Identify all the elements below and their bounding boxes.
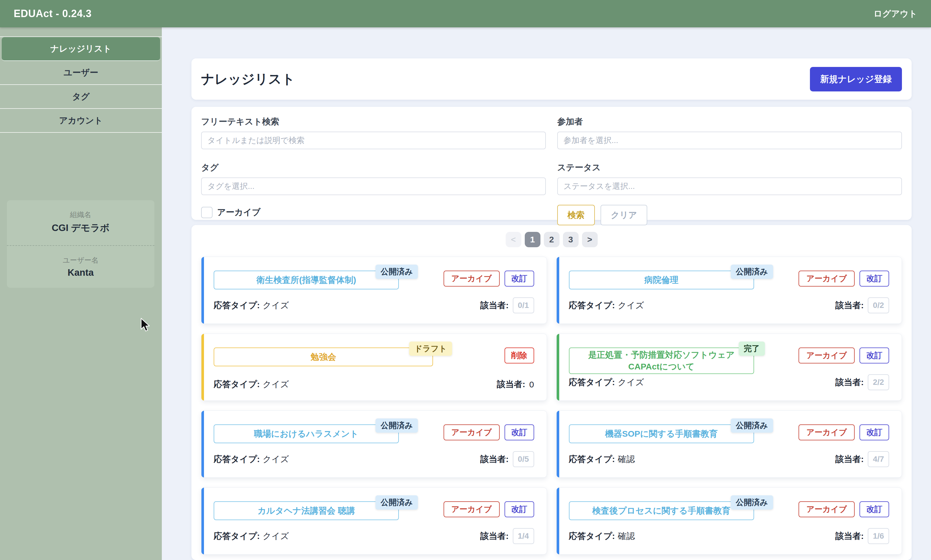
pagination-prev[interactable]: <	[506, 232, 521, 247]
applicable-count: 該当者:2/2	[835, 374, 889, 390]
participants-select-input[interactable]	[557, 132, 902, 149]
revise-button[interactable]: 改訂	[505, 502, 534, 517]
status-badge: 公開済み	[375, 418, 418, 433]
sidebar-item-knowledge-list[interactable]: ナレッジリスト	[2, 37, 160, 61]
filter-actions: 検索 クリア	[557, 205, 902, 225]
applicable-count: 該当者:4/7	[835, 451, 889, 467]
applicable-count-box: 0/1	[513, 297, 534, 313]
status-badge: 公開済み	[731, 265, 773, 279]
archive-button[interactable]: アーカイブ	[443, 502, 500, 517]
filter-column-right: 参加者 ステータス 検索 クリア	[557, 114, 902, 225]
applicable-count-box: 0/5	[513, 451, 534, 467]
applicable-count-text: 0	[529, 380, 534, 389]
knowledge-title-button[interactable]: 勉強会	[214, 348, 433, 366]
pagination: < 1 2 3 >	[201, 232, 902, 247]
knowledge-card: 機器SOPに関する手順書教育 公開済み アーカイブ 改訂 応答タイプ:確認 該当…	[556, 411, 902, 478]
knowledge-card: 職場におけるハラスメント 公開済み アーカイブ 改訂 応答タイプ:クイズ 該当者…	[201, 411, 547, 478]
applicable-count: 該当者:0	[497, 378, 534, 390]
status-select-input[interactable]	[557, 177, 902, 195]
clear-button[interactable]: クリア	[600, 205, 647, 225]
applicable-count-box: 2/2	[868, 374, 889, 390]
revise-button[interactable]: 改訂	[505, 425, 534, 440]
delete-button[interactable]: 削除	[505, 348, 534, 363]
search-button[interactable]: 検索	[557, 205, 595, 225]
logout-button[interactable]: ログアウト	[874, 8, 917, 20]
status-badge: 公開済み	[375, 495, 418, 509]
applicable-count: 該当者:0/2	[835, 297, 889, 313]
sidebar-item-tags[interactable]: タグ	[0, 85, 162, 109]
sidebar-item-account[interactable]: アカウント	[0, 109, 162, 133]
knowledge-card: 是正処置・予防措置対応ソフトウェアCAPActについて 完了 アーカイブ 改訂 …	[556, 334, 902, 401]
status-badge: ドラフト	[409, 342, 452, 356]
archive-button[interactable]: アーカイブ	[799, 348, 855, 363]
applicable-count: 該当者:1/4	[480, 528, 534, 544]
archive-checkbox[interactable]	[201, 207, 212, 218]
response-type: 応答タイプ:確認	[569, 530, 635, 542]
page-header: ナレッジリスト 新規ナレッジ登録	[191, 58, 912, 100]
knowledge-title-button[interactable]: 検査後プロセスに関する手順書教育	[569, 502, 754, 520]
revise-button[interactable]: 改訂	[505, 271, 534, 286]
response-type: 応答タイプ:クイズ	[569, 300, 644, 311]
org-user-panel: 組織名 CGI デモラボ ユーザー名 Kanta	[7, 200, 154, 288]
status-badge: 公開済み	[375, 265, 418, 279]
response-type: 応答タイプ:クイズ	[569, 377, 644, 388]
status-accent-bar	[202, 334, 204, 400]
tag-select-input[interactable]	[201, 177, 546, 195]
status-accent-bar	[557, 334, 559, 400]
revise-button[interactable]: 改訂	[860, 348, 889, 363]
user-name: Kanta	[7, 267, 154, 278]
archive-button[interactable]: アーカイブ	[799, 425, 855, 440]
revise-button[interactable]: 改訂	[860, 502, 889, 517]
app-title: EDUAct - 0.24.3	[14, 8, 92, 20]
applicable-count-box: 0/2	[868, 297, 889, 313]
archive-button[interactable]: アーカイブ	[443, 425, 500, 440]
knowledge-card: 病院倫理 公開済み アーカイブ 改訂 応答タイプ:クイズ 該当者:0/2	[556, 257, 902, 324]
knowledge-title-button[interactable]: 衛生検査所(指導監督体制)	[214, 271, 399, 289]
sidebar-nav: ナレッジリスト ユーザー タグ アカウント	[0, 37, 162, 133]
pagination-page-2[interactable]: 2	[544, 232, 560, 247]
applicable-count-box: 1/4	[513, 528, 534, 544]
filter-column-left: フリーテキスト検索 タグ アーカイブ	[201, 114, 546, 225]
knowledge-title-button[interactable]: 病院倫理	[569, 271, 754, 289]
response-type: 応答タイプ:クイズ	[214, 454, 289, 465]
archive-button[interactable]: アーカイブ	[799, 502, 855, 517]
pagination-next[interactable]: >	[582, 232, 598, 247]
revise-button[interactable]: 改訂	[860, 425, 889, 440]
revise-button[interactable]: 改訂	[860, 271, 889, 286]
status-badge: 完了	[739, 342, 765, 356]
status-accent-bar	[557, 488, 559, 554]
free-text-input[interactable]	[201, 132, 546, 149]
sidebar: ナレッジリスト ユーザー タグ アカウント 組織名 CGI デモラボ ユーザー名…	[0, 27, 162, 560]
status-label: ステータス	[557, 162, 902, 174]
knowledge-card-grid: 衛生検査所(指導監督体制) 公開済み アーカイブ 改訂 応答タイプ:クイズ 該当…	[201, 257, 902, 555]
top-bar: EDUAct - 0.24.3 ログアウト	[0, 0, 931, 27]
status-accent-bar	[557, 257, 559, 323]
knowledge-list-panel: < 1 2 3 > 衛生検査所(指導監督体制) 公開済み アーカイブ 改訂	[191, 225, 912, 560]
response-type: 応答タイプ:確認	[569, 454, 635, 465]
status-accent-bar	[202, 488, 204, 554]
status-accent-bar	[557, 411, 559, 477]
knowledge-title-button[interactable]: 是正処置・予防措置対応ソフトウェアCAPActについて	[569, 348, 754, 374]
archive-button[interactable]: アーカイブ	[799, 271, 855, 286]
participants-label: 参加者	[557, 116, 902, 128]
free-text-label: フリーテキスト検索	[201, 116, 546, 128]
knowledge-card: 勉強会 ドラフト 削除 応答タイプ:クイズ 該当者:0	[201, 334, 547, 401]
status-badge: 公開済み	[731, 418, 773, 433]
new-knowledge-button[interactable]: 新規ナレッジ登録	[810, 67, 902, 91]
pagination-page-1[interactable]: 1	[525, 232, 540, 247]
knowledge-title-button[interactable]: カルタヘナ法講習会 聴講	[214, 502, 399, 520]
applicable-count: 該当者:1/6	[835, 528, 889, 544]
archive-checkbox-label: アーカイブ	[217, 206, 261, 218]
response-type: 応答タイプ:クイズ	[214, 300, 289, 311]
applicable-count-box: 4/7	[868, 451, 889, 467]
applicable-count-box: 1/6	[868, 528, 889, 544]
archive-button[interactable]: アーカイブ	[443, 271, 500, 286]
org-label: 組織名	[7, 210, 154, 219]
knowledge-title-button[interactable]: 機器SOPに関する手順書教育	[569, 425, 754, 443]
pagination-page-3[interactable]: 3	[563, 232, 579, 247]
sidebar-item-users[interactable]: ユーザー	[0, 61, 162, 85]
applicable-count: 該当者:0/1	[480, 297, 534, 313]
knowledge-title-button[interactable]: 職場におけるハラスメント	[214, 425, 399, 443]
user-label: ユーザー名	[7, 255, 154, 265]
status-badge: 公開済み	[731, 495, 773, 509]
